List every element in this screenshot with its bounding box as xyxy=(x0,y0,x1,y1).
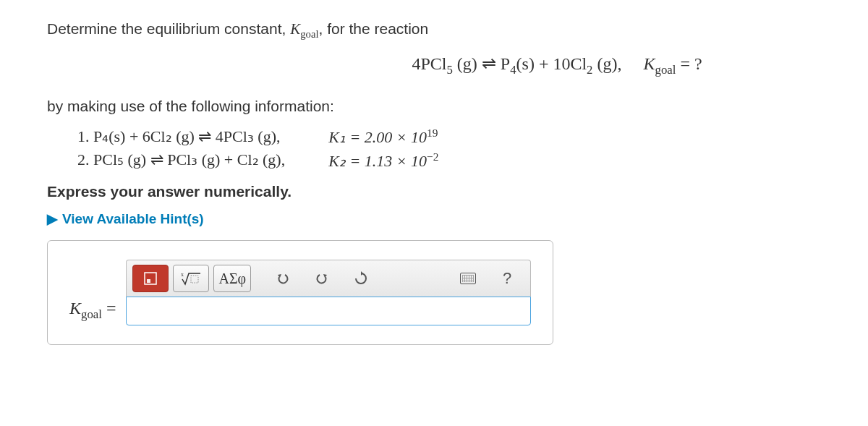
k1-value: K₁ = 2.00 × 1019 xyxy=(328,125,438,149)
template-button[interactable] xyxy=(132,265,169,292)
svg-text:x: x xyxy=(181,271,184,278)
reaction-2: 2. PCl₅ (g) ⇌ PCl₃ (g) + Cl₂ (g), xyxy=(77,148,285,171)
keyboard-button[interactable] xyxy=(451,265,485,291)
answer-input[interactable] xyxy=(126,297,531,325)
svg-rect-1 xyxy=(147,279,150,283)
express-instruction: Express your answer numerically. xyxy=(47,183,821,200)
help-button[interactable]: ? xyxy=(490,265,524,291)
view-hints-toggle[interactable]: ▶ View Available Hint(s) xyxy=(47,210,821,227)
reset-button[interactable] xyxy=(344,265,378,291)
redo-button[interactable] xyxy=(305,265,339,291)
root-button[interactable]: x xyxy=(173,265,209,292)
svg-rect-3 xyxy=(191,276,198,283)
reactions-list: 1. P₄(s) + 6Cl₂ (g) ⇌ 4PCl₃ (g), 2. PCl₅… xyxy=(47,125,821,173)
answer-container: Kgoal = x ΑΣφ xyxy=(47,240,553,345)
info-line: by making use of the following informati… xyxy=(47,98,821,115)
reaction-1: 1. P₄(s) + 6Cl₂ (g) ⇌ 4PCl₃ (g), xyxy=(77,125,285,148)
hints-label: View Available Hint(s) xyxy=(62,211,204,227)
equation-toolbar: x ΑΣφ xyxy=(126,260,531,297)
answer-variable-label: Kgoal = xyxy=(69,299,116,326)
keyboard-icon xyxy=(460,273,476,284)
undo-button[interactable] xyxy=(265,265,300,291)
goal-equation: 4PCl5 (g) ⇌ P4(s) + 10Cl2 (g), Kgoal = ? xyxy=(47,54,821,77)
greek-button[interactable]: ΑΣφ xyxy=(213,265,251,292)
question-prompt: Determine the equilibrium constant, Kgoa… xyxy=(47,20,821,41)
chevron-right-icon: ▶ xyxy=(47,210,58,227)
k2-value: K₂ = 1.13 × 10−2 xyxy=(328,149,438,173)
